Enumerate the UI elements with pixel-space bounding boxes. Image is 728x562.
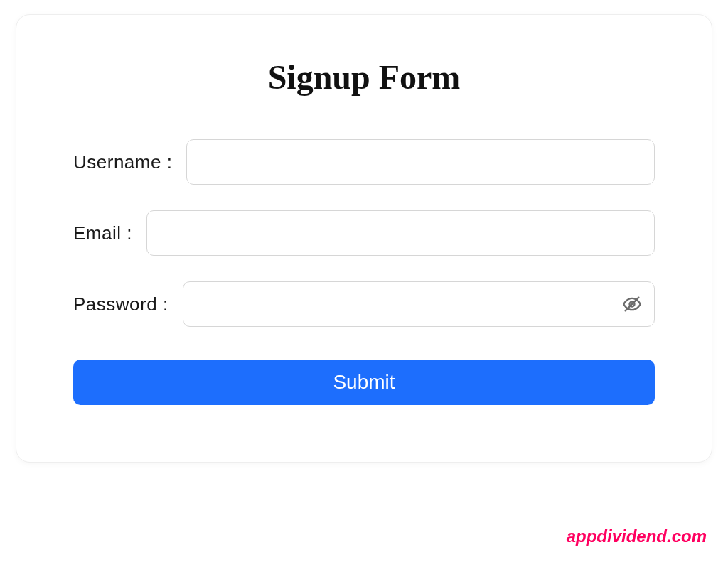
username-label: Username :: [73, 151, 172, 173]
password-input[interactable]: [183, 281, 655, 327]
watermark: appdividend.com: [567, 526, 707, 546]
email-row: Email :: [73, 210, 655, 256]
password-row: Password :: [73, 281, 655, 327]
email-label: Email :: [73, 222, 132, 244]
username-input-wrapper: [186, 139, 655, 185]
username-row: Username :: [73, 139, 655, 185]
username-input[interactable]: [186, 139, 655, 185]
eye-off-icon[interactable]: [622, 294, 642, 314]
form-title: Signup Form: [73, 58, 655, 97]
email-input[interactable]: [146, 210, 655, 256]
signup-card: Signup Form Username : Email : Password …: [16, 14, 712, 463]
submit-button[interactable]: Submit: [73, 360, 655, 405]
password-label: Password :: [73, 293, 168, 315]
password-input-wrapper: [183, 281, 655, 327]
email-input-wrapper: [146, 210, 655, 256]
